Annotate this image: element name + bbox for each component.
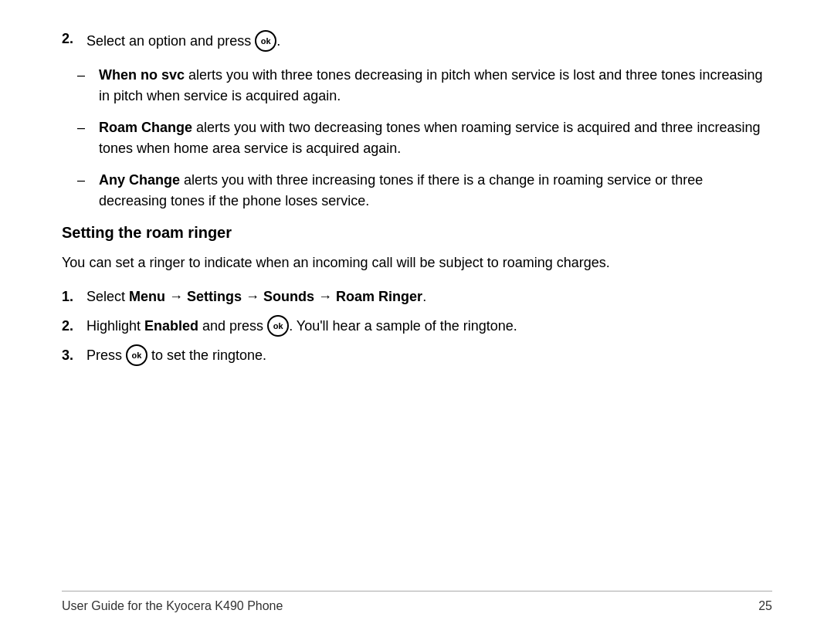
- dash-3: –: [77, 170, 99, 191]
- ok-icon-step3: ok: [126, 344, 147, 366]
- list-item-no-svc: – When no svc alerts you with three tone…: [77, 65, 772, 107]
- no-svc-text: When no svc alerts you with three tones …: [99, 65, 772, 107]
- step-1-number: 1.: [62, 286, 86, 308]
- options-list: – When no svc alerts you with three tone…: [77, 65, 772, 212]
- intro-paragraph: You can set a ringer to indicate when an…: [62, 253, 772, 274]
- step-2-header: 2. Select an option and press ok.: [62, 31, 772, 53]
- ok-icon-step2: ok: [255, 30, 276, 52]
- any-change-term: Any Change: [99, 172, 180, 188]
- step-3-number: 3.: [62, 345, 86, 367]
- step-2-content: Highlight Enabled and press ok. You'll h…: [86, 316, 772, 337]
- footer-right: 25: [758, 599, 772, 613]
- footer-left: User Guide for the Kyocera K490 Phone: [62, 599, 283, 613]
- roam-change-term: Roam Change: [99, 120, 192, 135]
- step-1: 1. Select Menu → Settings → Sounds → Roa…: [62, 286, 772, 308]
- page: 2. Select an option and press ok. – When…: [0, 0, 834, 644]
- settings-label: Settings: [187, 289, 242, 304]
- section-heading: Setting the roam ringer: [62, 224, 772, 242]
- step-2-number: 2.: [62, 31, 86, 47]
- enabled-label: Enabled: [144, 318, 198, 334]
- dash-1: –: [77, 65, 99, 86]
- dash-2: –: [77, 117, 99, 138]
- main-content: 2. Select an option and press ok. – When…: [62, 31, 772, 591]
- step-3: 3. Press ok to set the ringtone.: [62, 345, 772, 367]
- footer: User Guide for the Kyocera K490 Phone 25: [62, 591, 772, 613]
- step-1-content: Select Menu → Settings → Sounds → Roam R…: [86, 286, 772, 308]
- list-item-roam-change: – Roam Change alerts you with two decrea…: [77, 117, 772, 159]
- roam-change-text: Roam Change alerts you with two decreasi…: [99, 117, 772, 159]
- step-2: 2. Highlight Enabled and press ok. You'l…: [62, 316, 772, 337]
- list-item-any-change: – Any Change alerts you with three incre…: [77, 170, 772, 212]
- step-3-content: Press ok to set the ringtone.: [86, 345, 772, 367]
- step-2-intro-text: Select an option and press ok.: [86, 31, 772, 53]
- menu-label: Menu: [129, 289, 165, 304]
- step-2-number-main: 2.: [62, 316, 86, 337]
- no-svc-term: When no svc: [99, 67, 185, 83]
- roam-ringer-label: Roam Ringer: [336, 289, 422, 304]
- sounds-label: Sounds: [263, 289, 314, 304]
- ok-icon-step2b: ok: [267, 315, 289, 337]
- any-change-text: Any Change alerts you with three increas…: [99, 170, 772, 212]
